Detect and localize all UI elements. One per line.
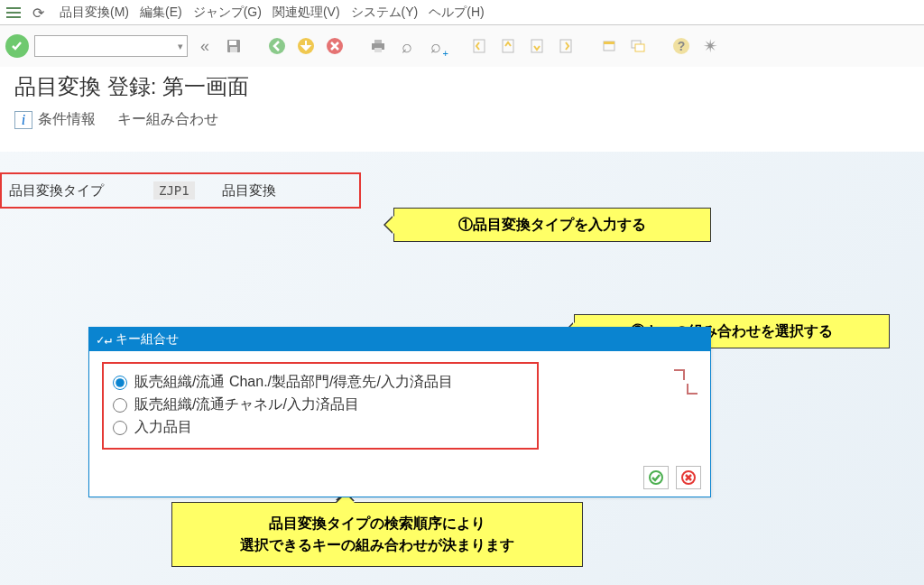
- popup-corner-decoration: [674, 369, 685, 380]
- sap-menu-icon[interactable]: [5, 5, 22, 21]
- annotation-3: 品目変換タイプの検索順序により 選択できるキーの組み合わせが決まります: [171, 502, 583, 567]
- menubar: ⟳ 品目変換(M) 編集(E) ジャンプ(G) 関連処理(V) システム(Y) …: [0, 0, 924, 25]
- radio-input-0[interactable]: [113, 376, 127, 390]
- chevron-down-icon: ▾: [178, 41, 183, 52]
- svg-rect-8: [374, 48, 382, 52]
- svg-point-3: [269, 38, 285, 54]
- first-page-icon[interactable]: [467, 34, 491, 58]
- svg-rect-14: [604, 42, 614, 44]
- svg-rect-7: [374, 40, 382, 43]
- menu-jump[interactable]: ジャンプ(G): [193, 5, 262, 21]
- page-title: 品目変換 登録: 第一画面: [0, 67, 924, 103]
- popup-corner-decoration-2: [687, 384, 698, 395]
- menu-system[interactable]: システム(Y): [351, 5, 419, 21]
- flag-icon[interactable]: ⟳: [32, 5, 49, 21]
- back-icon[interactable]: «: [193, 34, 217, 58]
- key-combination-button[interactable]: キー組み合わせ: [117, 110, 218, 129]
- transaction-combo[interactable]: ▾: [34, 35, 188, 57]
- menu-material-conversion[interactable]: 品目変換(M): [60, 5, 129, 21]
- material-conversion-type-input[interactable]: [153, 181, 195, 200]
- popup-title-bar: ✓↵ キー組合せ: [89, 328, 710, 351]
- popup-title-text: キー組合せ: [116, 331, 179, 348]
- svg-rect-16: [635, 44, 644, 51]
- settings-icon[interactable]: ✴: [698, 34, 722, 58]
- enter-button[interactable]: [5, 34, 29, 58]
- material-conversion-type-desc: 品目変換: [222, 182, 276, 200]
- find-icon[interactable]: ⌕: [395, 34, 419, 58]
- svg-rect-2: [230, 47, 237, 52]
- condition-info-button[interactable]: 条件情報: [38, 110, 96, 129]
- print-icon[interactable]: [366, 34, 390, 58]
- material-conversion-type-label: 品目変換タイプ: [9, 182, 144, 200]
- material-conversion-type-row: 品目変換タイプ 品目変換: [0, 172, 361, 209]
- svg-rect-1: [229, 41, 236, 45]
- annotation-1: ①品目変換タイプを入力する: [393, 208, 711, 242]
- cancel-icon[interactable]: [323, 34, 346, 58]
- last-page-icon[interactable]: [554, 34, 578, 58]
- sap-popup-icon: ✓↵: [97, 332, 112, 347]
- key-combination-popup: ✓↵ キー組合せ 販売組織/流通 Chan./製品部門/得意先/入力済品目 販売…: [88, 327, 711, 497]
- help-icon[interactable]: ?: [670, 34, 693, 58]
- radio-option-0[interactable]: 販売組織/流通 Chan./製品部門/得意先/入力済品目: [113, 371, 528, 394]
- find-next-icon[interactable]: ⌕+: [424, 34, 448, 58]
- info-icon[interactable]: i: [14, 111, 32, 129]
- back-nav-icon[interactable]: [265, 34, 289, 58]
- key-combination-options: 販売組織/流通 Chan./製品部門/得意先/入力済品目 販売組織/流通チャネル…: [102, 362, 539, 450]
- radio-input-2[interactable]: [113, 421, 127, 435]
- menu-related[interactable]: 関連処理(V): [273, 5, 340, 21]
- new-session-icon[interactable]: [597, 34, 621, 58]
- sub-toolbar: i 条件情報 キー組み合わせ: [0, 103, 924, 136]
- radio-option-2[interactable]: 入力品目: [113, 416, 528, 439]
- svg-text:?: ?: [678, 39, 686, 53]
- prev-page-icon[interactable]: [496, 34, 520, 58]
- radio-input-1[interactable]: [113, 398, 127, 413]
- exit-icon[interactable]: [294, 34, 318, 58]
- save-icon[interactable]: [222, 34, 245, 58]
- menu-help[interactable]: ヘルプ(H): [429, 5, 484, 21]
- menu-edit[interactable]: 編集(E): [140, 5, 182, 21]
- layout-icon[interactable]: [626, 34, 650, 58]
- radio-option-1[interactable]: 販売組織/流通チャネル/入力済品目: [113, 394, 528, 416]
- popup-ok-button[interactable]: [643, 466, 669, 489]
- popup-cancel-button[interactable]: [676, 466, 701, 489]
- next-page-icon[interactable]: [525, 34, 549, 58]
- toolbar: ▾ « ⌕ ⌕+ ? ✴: [0, 25, 924, 67]
